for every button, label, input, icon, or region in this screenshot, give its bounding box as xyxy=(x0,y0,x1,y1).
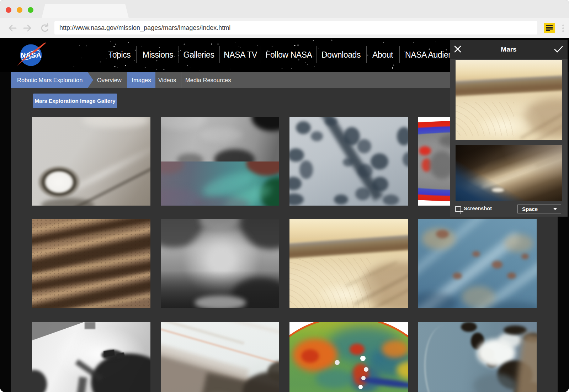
svg-text:NASA: NASA xyxy=(21,51,42,59)
